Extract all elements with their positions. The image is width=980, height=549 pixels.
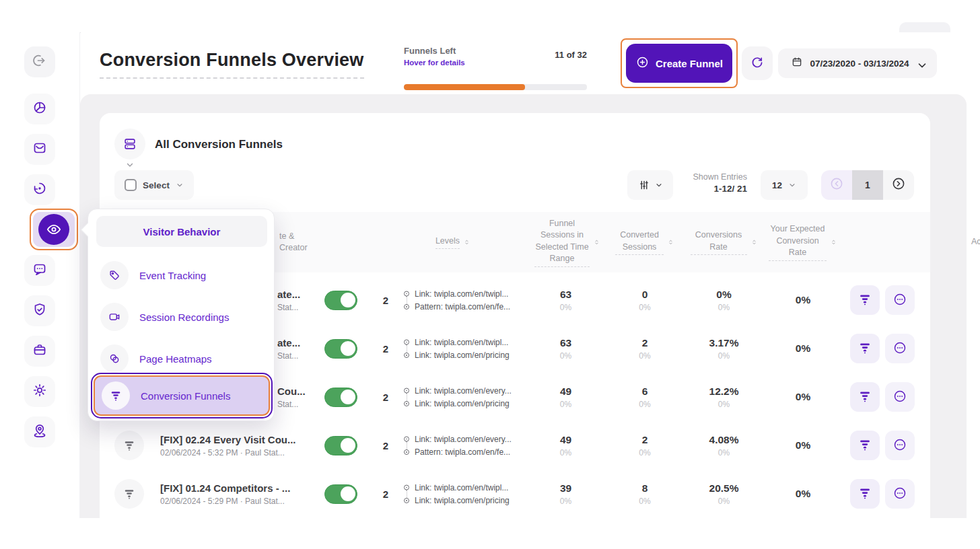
funnel-sessions-value: 39	[560, 482, 571, 495]
row-menu-button[interactable]	[885, 479, 915, 509]
row-menu-button[interactable]	[885, 382, 915, 412]
browser-tab-remnant	[899, 22, 950, 32]
tag-icon	[100, 261, 129, 289]
database-icon[interactable]	[114, 129, 145, 159]
table-row: [FIX] 01.24 Competitors - ...02/06/2024 …	[100, 470, 930, 518]
funnels-left-count: 11 of 32	[555, 50, 587, 60]
view-funnel-button[interactable]	[850, 479, 880, 509]
column-header-funnel-sessions[interactable]: Funnel Sessions in Selected Time Range	[534, 212, 601, 272]
funnel-name[interactable]: ate...	[277, 337, 300, 349]
chevron-down-icon	[176, 181, 184, 189]
row-menu-button[interactable]	[885, 285, 915, 315]
arrow-right-circle-icon	[890, 176, 907, 194]
select-button[interactable]: Select	[114, 170, 194, 200]
chat-icon	[32, 261, 48, 280]
funnel-icon	[858, 389, 872, 406]
funnel-sessions-value: 49	[560, 434, 571, 446]
funnel-name[interactable]: ate...	[277, 289, 300, 300]
refresh-icon	[750, 55, 765, 72]
app-window: Conversion Funnels Overview Funnels Left…	[0, 0, 980, 549]
pie-chart-icon	[32, 100, 48, 118]
panel-chevron-down-icon[interactable]	[125, 160, 135, 167]
sidebar-item-inbox[interactable]	[24, 134, 55, 165]
menu-item-session-recordings[interactable]: Session Recordings	[95, 298, 269, 336]
shown-entries-value: 1-12/ 21	[680, 184, 747, 194]
sidebar-item-collapse[interactable]	[24, 46, 55, 77]
sidebar-item-location[interactable]	[24, 416, 55, 447]
chevron-down-icon	[655, 181, 663, 189]
sort-icon	[830, 237, 837, 247]
levels-count: 2	[369, 373, 403, 421]
column-header-converted-sessions[interactable]: Converted Sessions	[608, 212, 682, 272]
column-header-expected-rate[interactable]: Your Expected Conversion Rate	[763, 212, 843, 272]
page-header: Conversion Funnels Overview Funnels Left…	[81, 32, 980, 94]
page-size-value: 12	[772, 180, 782, 190]
next-page-button[interactable]	[883, 170, 914, 200]
funnel-row-icon	[114, 431, 144, 460]
funnel-steps: Link: twipla.com/en/twipl... Link: twipl…	[403, 324, 537, 373]
sidebar-item-company[interactable]	[24, 336, 55, 367]
funnel-name[interactable]: [FIX] 02.24 Every Visit Cou...	[160, 434, 295, 445]
column-header-conversions-rate[interactable]: Conversions Rate	[685, 212, 763, 272]
funnel-name[interactable]: [FIX] 01.24 Competitors - ...	[160, 482, 290, 494]
row-menu-button[interactable]	[885, 431, 915, 460]
eye-icon	[38, 214, 69, 245]
sort-icon	[667, 237, 674, 247]
sort-icon	[593, 237, 600, 247]
menu-item-event-tracking[interactable]: Event Tracking	[95, 256, 269, 294]
column-settings-button[interactable]	[627, 170, 673, 200]
menu-item-conversion-funnels[interactable]: Conversion Funnels	[94, 375, 270, 416]
menu-item-highlight-border: Conversion Funnels	[91, 373, 273, 418]
page-size-dropdown[interactable]: 12	[761, 170, 808, 200]
funnel-row-icon	[114, 479, 144, 509]
funnel-icon	[102, 381, 130, 410]
prev-page-button[interactable]	[821, 170, 852, 200]
heatmap-icon	[100, 344, 129, 373]
column-header-levels[interactable]: Levels	[419, 212, 487, 272]
panel-title: All Conversion Funnels	[155, 138, 283, 151]
sidebar	[0, 32, 80, 518]
funnel-steps: Link: twipla.com/en/every... Pattern: tw…	[403, 421, 537, 470]
view-funnel-button[interactable]	[850, 285, 880, 315]
sidebar-item-visitor-behavior-active[interactable]	[30, 209, 78, 250]
column-header-actions: Actions	[857, 212, 980, 272]
funnel-sessions-value: 63	[560, 289, 571, 301]
chevron-down-icon	[916, 59, 924, 67]
active-toggle[interactable]	[324, 339, 357, 359]
active-toggle[interactable]	[324, 436, 357, 455]
select-checkbox[interactable]	[125, 179, 137, 191]
active-toggle[interactable]	[324, 388, 357, 407]
sidebar-item-privacy[interactable]	[24, 295, 55, 326]
active-toggle[interactable]	[324, 484, 357, 504]
funnel-sessions-value: 63	[560, 337, 571, 349]
active-toggle[interactable]	[324, 291, 357, 310]
levels-count: 2	[369, 421, 403, 470]
funnel-name[interactable]: Cou...	[277, 386, 306, 397]
ellipsis-circle-icon	[893, 437, 907, 454]
converted-sessions-value: 8	[642, 482, 648, 495]
converted-sessions-value: 0	[642, 289, 648, 301]
refresh-button[interactable]	[742, 46, 773, 80]
plus-circle-icon	[635, 55, 650, 71]
mail-icon	[32, 140, 48, 159]
funnel-icon	[858, 340, 872, 357]
sidebar-item-dashboard[interactable]	[24, 94, 55, 124]
sidebar-item-visitors[interactable]	[24, 174, 55, 205]
date-range-value: 07/23/2020 - 03/13/2024	[810, 59, 909, 69]
conversion-rate-value: 20.5%	[709, 482, 739, 495]
sidebar-item-feedback[interactable]	[24, 255, 55, 286]
page-title: Conversion Funnels Overview	[100, 50, 364, 79]
funnel-meta: Stat...	[277, 400, 298, 409]
view-funnel-button[interactable]	[850, 382, 880, 412]
create-funnel-button[interactable]: Create Funnel	[626, 44, 732, 83]
row-menu-button[interactable]	[885, 334, 915, 363]
expected-rate-value: 0%	[766, 276, 840, 324]
sidebar-item-settings[interactable]	[24, 376, 55, 407]
menu-item-page-heatmaps[interactable]: Page Heatmaps	[95, 340, 269, 377]
date-range-picker[interactable]: 07/23/2020 - 03/13/2024	[778, 48, 937, 78]
view-funnel-button[interactable]	[850, 431, 880, 460]
view-funnel-button[interactable]	[850, 334, 880, 363]
gear-icon	[32, 382, 48, 401]
briefcase-icon	[32, 342, 48, 361]
ellipsis-circle-icon	[893, 389, 907, 406]
